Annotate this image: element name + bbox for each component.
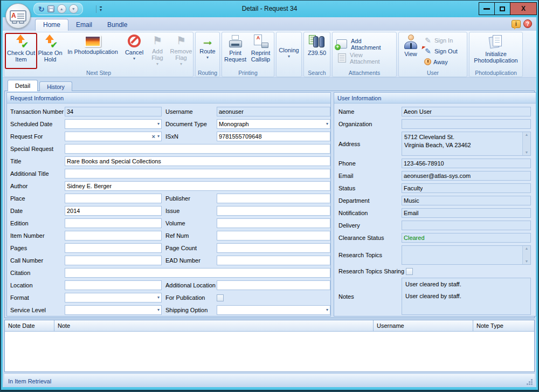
title-label: Title xyxy=(10,158,65,164)
isxn-label: ISxN xyxy=(165,133,217,140)
issue-field[interactable] xyxy=(217,206,330,216)
ead-number-label: EAD Number xyxy=(165,257,217,264)
delivery-field[interactable] xyxy=(402,221,531,230)
cloning-button[interactable]: Cloning ▾ xyxy=(277,33,301,69)
maximize-button[interactable] xyxy=(494,2,510,15)
close-button[interactable]: X xyxy=(510,2,537,15)
clearance-status-field[interactable]: Cleared xyxy=(402,233,531,243)
name-field[interactable]: Aeon User xyxy=(402,107,531,116)
reprint-callslip-button[interactable]: A Reprint Callslip xyxy=(248,33,273,69)
scheduled-date-field[interactable]: ▾ xyxy=(65,119,162,129)
column-header-username[interactable]: Username xyxy=(374,320,473,331)
minimize-button[interactable] xyxy=(479,2,495,15)
ribbon-group-cloning: Cloning ▾ xyxy=(276,32,302,77)
ref-num-field[interactable] xyxy=(217,231,330,240)
route-button[interactable]: → Route ▾ xyxy=(196,33,219,69)
edition-field[interactable] xyxy=(65,218,162,228)
citation-field[interactable] xyxy=(65,268,330,278)
chevron-down-icon[interactable]: ▾ xyxy=(157,308,160,312)
place-on-hold-button[interactable]: ✔ Place On Hold xyxy=(37,33,63,69)
call-number-field[interactable] xyxy=(65,256,162,265)
address-field[interactable]: 5712 Cleveland St. Virginia Beach, VA 23… xyxy=(402,132,531,156)
format-field[interactable]: ▾ xyxy=(65,293,162,302)
resize-grip[interactable] xyxy=(527,379,533,386)
place-field[interactable] xyxy=(65,194,162,203)
initialize-photoduplication-button[interactable]: Initialize Photoduplication xyxy=(470,33,522,69)
check-out-item-button[interactable]: ✔ Check Out Item xyxy=(5,33,37,69)
research-topics-sharing-checkbox[interactable] xyxy=(406,268,413,275)
format-label: Format xyxy=(10,294,65,301)
chevron-down-icon[interactable]: ▾ xyxy=(326,122,328,126)
tab-home[interactable]: Home xyxy=(35,19,68,31)
app-menu-button[interactable]: A xyxy=(5,3,31,29)
z3950-button[interactable]: Z39.50 xyxy=(305,33,329,69)
column-header-note-date[interactable]: Note Date xyxy=(5,320,54,331)
publisher-field[interactable] xyxy=(217,194,330,203)
tab-history[interactable]: History xyxy=(39,81,72,91)
scroll-down-icon[interactable]: ▼ xyxy=(525,150,529,155)
chevron-down-icon[interactable]: ▾ xyxy=(157,122,160,126)
add-attachment-button[interactable]: + Add Attachment xyxy=(333,37,396,51)
special-request-field[interactable] xyxy=(65,144,330,154)
in-photoduplication-button[interactable]: In Photoduplication xyxy=(63,33,122,69)
location-field[interactable] xyxy=(65,280,162,290)
ribbon-group-printing: Print Request A Reprint Callslip Printin… xyxy=(222,32,274,77)
address-scrollbar[interactable]: ▲▼ xyxy=(522,132,530,155)
chevron-down-icon[interactable]: ▾ xyxy=(157,295,160,300)
column-header-note[interactable]: Note xyxy=(54,320,374,331)
add-flag-button[interactable]: ⚑ Add Flag ▾ xyxy=(146,33,169,69)
shipping-option-field[interactable]: ▾ xyxy=(217,305,330,315)
group-label-next-step: Next Step xyxy=(4,70,193,77)
address-label: Address xyxy=(338,141,402,147)
away-button[interactable]: Away xyxy=(422,57,459,67)
notes-field[interactable]: User cleared by staff. User cleared by s… xyxy=(402,278,531,315)
sign-in-button[interactable]: ✎ Sign In xyxy=(422,35,459,46)
tab-email[interactable]: Email xyxy=(68,19,100,31)
department-field[interactable]: Music xyxy=(402,196,531,205)
page-count-field[interactable] xyxy=(217,243,330,253)
status-field[interactable]: Faculty xyxy=(402,183,531,193)
about-icon[interactable]: i xyxy=(512,20,521,28)
title-field[interactable]: Rare Books and Special Collections xyxy=(65,156,330,166)
scroll-up-icon[interactable]: ▲ xyxy=(525,133,529,137)
transaction-number-field[interactable]: 34 xyxy=(65,107,162,116)
document-type-field[interactable]: Monograph▾ xyxy=(217,119,330,129)
research-topics-field[interactable]: ▲▼ xyxy=(402,245,531,265)
username-field[interactable]: aeonuser xyxy=(217,107,330,116)
notification-field[interactable]: Email xyxy=(402,208,531,218)
view-attachment-button[interactable]: View Attachment xyxy=(333,51,396,65)
phone-field[interactable]: 123-456-78910 xyxy=(402,159,531,168)
notes-table-body[interactable] xyxy=(5,332,534,372)
author-field[interactable]: Sidney E. Berger xyxy=(65,181,330,191)
cancel-button[interactable]: Cancel ▾ xyxy=(122,33,146,69)
date-field[interactable]: 2014 xyxy=(65,206,162,216)
column-header-note-type[interactable]: Note Type xyxy=(473,320,534,331)
print-request-button[interactable]: Print Request xyxy=(223,33,248,69)
organization-field[interactable] xyxy=(402,119,531,129)
email-field[interactable]: aeonuser@atlas-sys.com xyxy=(402,171,531,181)
pages-field[interactable] xyxy=(65,243,162,253)
volume-field[interactable] xyxy=(217,218,330,228)
tab-detail[interactable]: Detail xyxy=(8,80,38,91)
item-number-field[interactable] xyxy=(65,231,162,240)
request-for-field[interactable]: ×▾ xyxy=(65,132,162,141)
add-attachment-icon: + xyxy=(336,39,347,49)
view-user-button[interactable]: View xyxy=(399,33,422,69)
additional-location-field[interactable] xyxy=(217,280,330,290)
user-information-panel: User Information Name Aeon User Organiza… xyxy=(334,92,536,317)
chevron-down-icon[interactable]: ▾ xyxy=(157,134,160,139)
scroll-up-icon[interactable]: ▲ xyxy=(525,246,529,251)
additional-title-field[interactable] xyxy=(65,169,330,178)
chevron-down-icon[interactable]: ▾ xyxy=(326,308,328,312)
help-icon[interactable]: ? xyxy=(523,19,532,28)
research-topics-scrollbar[interactable]: ▲▼ xyxy=(522,246,530,264)
tab-bundle[interactable]: Bundle xyxy=(100,19,135,31)
service-level-field[interactable]: ▾ xyxy=(65,305,162,315)
sign-out-button[interactable]: ✎ Sign Out xyxy=(422,46,459,57)
isxn-field[interactable]: 9781555709648 xyxy=(217,132,330,141)
remove-flag-button[interactable]: ⚑ Remove Flag ▾ xyxy=(169,33,194,69)
for-publication-checkbox[interactable] xyxy=(217,294,224,301)
ead-number-field[interactable] xyxy=(217,256,330,265)
clear-icon[interactable]: × xyxy=(152,134,155,139)
scroll-down-icon[interactable]: ▼ xyxy=(525,259,529,264)
